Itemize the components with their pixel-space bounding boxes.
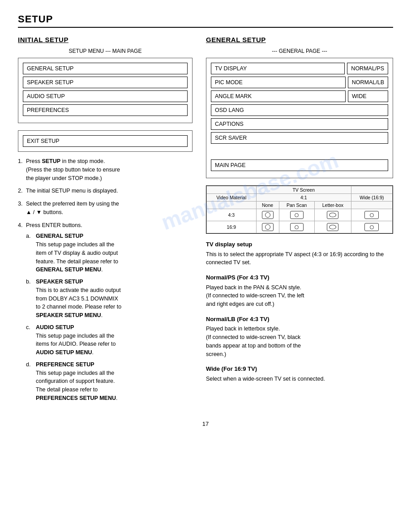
tv-display-setup-section: TV display setup This is to select the a… (206, 240, 393, 267)
menu-label: SETUP MENU --- MAIN PAGE (18, 48, 193, 54)
normal-lb-text: Played back in letterbox style.(If conne… (206, 325, 393, 358)
table-cell-4-3-label: 4:3 (207, 209, 257, 221)
step-3: 3. Select the preferred item by using th… (18, 200, 193, 217)
captions-item[interactable]: CAPTIONS (211, 118, 388, 130)
table-header-video: Video Material (207, 194, 257, 202)
wide-title: Wide (For 16:9 TV) (206, 365, 393, 373)
table-col-letterbox: Letter-box (314, 202, 351, 209)
left-column: INITIAL SETUP SETUP MENU --- MAIN PAGE G… (18, 36, 193, 407)
table-cell-16-9-none (256, 221, 279, 233)
step-1: 1. Press SETUP in the stop mode. (Press … (18, 157, 193, 182)
step-2: 2. The initial SETUP menu is displayed. (18, 187, 193, 195)
screen-4-3-wide (364, 211, 379, 219)
table-row-4-3: 4:3 (207, 209, 393, 221)
table-header-wide-169: Wide (16:9) (351, 194, 392, 202)
screen-16-9-wide (364, 223, 379, 231)
tv-display-value[interactable]: NORMAL/PS (347, 63, 388, 74)
screen-16-9-pan (290, 223, 304, 231)
screen-4-3-pan (290, 211, 304, 219)
angle-mark-label[interactable]: ANGLE MARK (211, 90, 346, 102)
page-title: SETUP (18, 13, 393, 25)
sub-step-d: d. PREFERENCE SETUP This setup page incl… (26, 360, 193, 403)
menu-item-audio[interactable]: AUDIO SETUP (23, 90, 188, 102)
general-page-label: --- GENERAL PAGE --- (206, 48, 393, 54)
initial-setup-title: INITIAL SETUP (18, 36, 193, 43)
spacer (211, 146, 388, 159)
circle-icon (370, 213, 374, 217)
menu-item-speaker[interactable]: SPEAKER SETUP (23, 77, 188, 88)
tv-screen-grid: TV Screen Video Material 4:1 Wide (16:9)… (206, 185, 393, 234)
pic-mode-label[interactable]: PIC MODE (211, 77, 346, 88)
tv-display-setup-title: TV display setup (206, 240, 393, 249)
pic-mode-value[interactable]: NORMAL/LB (348, 77, 388, 88)
wide-section: Wide (For 16:9 TV) Select when a wide-sc… (206, 365, 393, 383)
table-header-empty (207, 186, 257, 194)
normal-ps-text: Played back in the PAN & SCAN style.(If … (206, 283, 393, 309)
general-menu-box: TV DISPLAY NORMAL/PS PIC MODE NORMAL/LB … (206, 58, 393, 178)
pic-mode-row: PIC MODE NORMAL/LB (211, 77, 388, 88)
sub-step-a: a. GENERAL SETUP This setup page include… (26, 232, 193, 274)
menu-item-general[interactable]: GENERAL SETUP (23, 63, 188, 74)
normal-ps-title: Normal/PS (For 4:3 TV) (206, 273, 393, 282)
menu-item-preferences[interactable]: PREFERENCES (23, 104, 188, 116)
table-cell-4-3-wide (351, 209, 392, 221)
table-row-16-9: 16:9 (207, 221, 393, 233)
scr-saver-item[interactable]: SCR SAVER (211, 132, 388, 144)
main-menu-box: GENERAL SETUP SPEAKER SETUP AUDIO SETUP … (18, 58, 193, 123)
screen-16-9-lb (327, 223, 338, 231)
circle-icon (329, 225, 336, 229)
circle-icon (329, 213, 336, 217)
circle-icon (295, 225, 299, 229)
table-header-4-1: 4:1 (256, 194, 351, 202)
angle-mark-row: ANGLE MARK WIDE (211, 90, 388, 102)
main-page-button[interactable]: MAIN PAGE (211, 159, 388, 171)
table-header-wide (351, 186, 392, 194)
osd-lang-item[interactable]: OSD LANG (211, 104, 388, 116)
circle-icon (265, 212, 270, 218)
screen-16-9-none (262, 223, 274, 231)
sub-steps-list: a. GENERAL SETUP This setup page include… (26, 232, 193, 402)
step-4: 4. Press ENTER buttons. a. GENERAL SETUP… (18, 221, 193, 403)
screen-4-3-none (262, 211, 274, 219)
table-cell-16-9-pan (279, 221, 314, 233)
table-col-none: None (256, 202, 279, 209)
tv-display-setup-text: This is to select the appropriate TV asp… (206, 250, 393, 267)
tv-display-row: TV DISPLAY NORMAL/PS (211, 63, 388, 74)
table-col-empty (207, 202, 257, 209)
wide-text: Select when a wide-screen TV set is conn… (206, 375, 393, 383)
general-setup-title: GENERAL SETUP (206, 36, 393, 43)
table-cell-4-3-pan (279, 209, 314, 221)
normal-lb-section: Normal/LB (For 4:3 TV) Played back in le… (206, 315, 393, 359)
right-column: GENERAL SETUP --- GENERAL PAGE --- TV DI… (206, 36, 393, 407)
screen-4-3-lb (327, 211, 338, 219)
table-cell-4-3-lb (314, 209, 351, 221)
steps-list: 1. Press SETUP in the stop mode. (Press … (18, 157, 193, 403)
normal-ps-section: Normal/PS (For 4:3 TV) Played back in th… (206, 273, 393, 309)
normal-lb-title: Normal/LB (For 4:3 TV) (206, 315, 393, 324)
page-number: 17 (18, 420, 393, 427)
table-cell-4-3-none (256, 209, 279, 221)
table-cell-16-9-wide (351, 221, 392, 233)
circle-icon (265, 224, 270, 230)
table-cell-16-9-label: 16:9 (207, 221, 257, 233)
tv-display-label[interactable]: TV DISPLAY (211, 63, 345, 74)
angle-mark-value[interactable]: WIDE (348, 90, 388, 102)
table-header-tv-screen: TV Screen (256, 186, 351, 194)
circle-icon (370, 225, 374, 229)
circle-icon (295, 213, 299, 217)
exit-box: EXIT SETUP (18, 130, 193, 152)
sub-step-c: c. AUDIO SETUP This setup page includes … (26, 323, 193, 357)
sub-step-b: b. SPEAKER SETUP This is to activate the… (26, 278, 193, 320)
table-col-wide-blank (351, 202, 392, 209)
table-cell-16-9-lb (314, 221, 351, 233)
table-col-pan-scan: Pan Scan (279, 202, 314, 209)
exit-setup-button[interactable]: EXIT SETUP (23, 135, 188, 147)
